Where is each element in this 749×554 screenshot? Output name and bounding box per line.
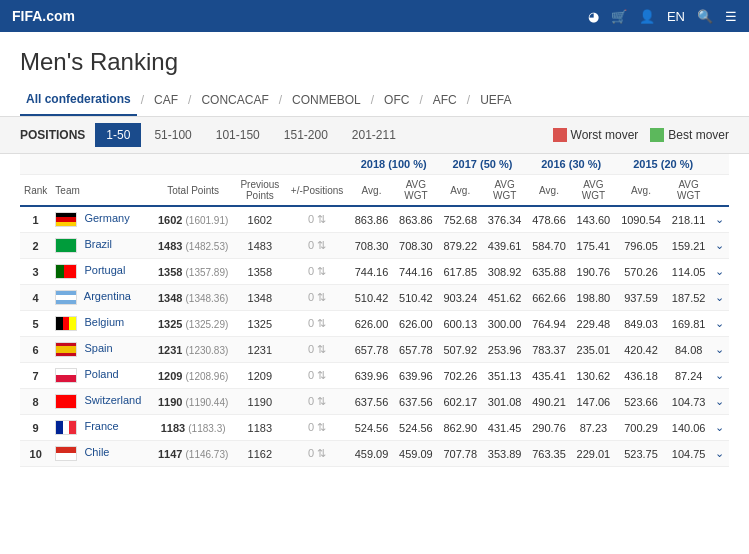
team-link[interactable]: Belgium <box>84 316 124 328</box>
cell-avg-2018: 657.78 <box>349 337 393 363</box>
cell-avg-2015: 700.29 <box>616 415 667 441</box>
cell-rank: 9 <box>20 415 51 441</box>
pos-tab-201-211[interactable]: 201-211 <box>341 123 407 147</box>
cell-avg-2018: 626.00 <box>349 311 393 337</box>
cell-avgwgt-2018: 863.86 <box>394 206 438 233</box>
cell-avg-2016: 662.66 <box>527 285 571 311</box>
lang-label[interactable]: EN <box>667 9 685 24</box>
direction-icon: ⇅ <box>317 291 326 303</box>
cell-team: Switzerland <box>51 389 151 415</box>
cell-prev: 1348 <box>235 285 285 311</box>
cell-avgwgt-2017: 451.62 <box>482 285 526 311</box>
cell-change: 0 ⇅ <box>285 233 349 259</box>
pos-tab-51-100[interactable]: 51-100 <box>143 123 202 147</box>
team-link[interactable]: Germany <box>84 212 129 224</box>
cell-prev: 1162 <box>235 441 285 467</box>
cell-avgwgt-2015: 84.08 <box>666 337 710 363</box>
direction-icon: ⇅ <box>317 395 326 407</box>
team-link[interactable]: Argentina <box>84 290 131 302</box>
col-avgwgt-2017: AVGWGT <box>482 175 526 207</box>
cell-avg-2016: 478.66 <box>527 206 571 233</box>
flag-pl <box>55 368 77 383</box>
globe-icon[interactable]: ◕ <box>588 9 599 24</box>
pos-tab-151-200[interactable]: 151-200 <box>273 123 339 147</box>
cell-total: 1147 (1146.73) <box>151 441 234 467</box>
cell-avgwgt-2018: 459.09 <box>394 441 438 467</box>
cell-change: 0 ⇅ <box>285 259 349 285</box>
cell-avgwgt-2017: 351.13 <box>482 363 526 389</box>
col-header-row: Rank Team Total Points PreviousPoints +/… <box>20 175 729 207</box>
best-mover-icon <box>650 128 664 142</box>
flag-fr <box>55 420 77 435</box>
pos-tab-101-150[interactable]: 101-150 <box>205 123 271 147</box>
conf-tab-all[interactable]: All confederations <box>20 84 137 116</box>
cell-avgwgt-2018: 626.00 <box>394 311 438 337</box>
flag-be <box>55 316 77 331</box>
cell-avg-2016: 435.41 <box>527 363 571 389</box>
search-icon[interactable]: 🔍 <box>697 9 713 24</box>
flag-es <box>55 342 77 357</box>
cell-rank: 3 <box>20 259 51 285</box>
col-avg-2017: Avg. <box>438 175 482 207</box>
cell-expand[interactable]: ⌄ <box>711 285 729 311</box>
position-tabs: POSITIONS 1-50 51-100 101-150 151-200 20… <box>20 123 407 147</box>
site-logo[interactable]: FIFA.com <box>12 8 75 24</box>
cell-expand[interactable]: ⌄ <box>711 389 729 415</box>
col-avgwgt-2016: AVGWGT <box>571 175 615 207</box>
team-link[interactable]: Spain <box>84 342 112 354</box>
team-link[interactable]: France <box>84 420 118 432</box>
cell-expand[interactable]: ⌄ <box>711 441 729 467</box>
worst-mover-icon <box>553 128 567 142</box>
cell-total: 1183 (1183.3) <box>151 415 234 441</box>
cell-avg-2015: 420.42 <box>616 337 667 363</box>
menu-icon[interactable]: ☰ <box>725 9 737 24</box>
cell-team: Chile <box>51 441 151 467</box>
cell-avg-2017: 879.22 <box>438 233 482 259</box>
cell-avgwgt-2016: 143.60 <box>571 206 615 233</box>
user-icon[interactable]: 👤 <box>639 9 655 24</box>
cell-avgwgt-2017: 431.45 <box>482 415 526 441</box>
conf-tab-ofc[interactable]: OFC <box>378 85 415 115</box>
cell-avg-2017: 707.78 <box>438 441 482 467</box>
confederation-tabs: All confederations / CAF / CONCACAF / CO… <box>0 84 749 117</box>
conf-tab-caf[interactable]: CAF <box>148 85 184 115</box>
cell-expand[interactable]: ⌄ <box>711 206 729 233</box>
cell-expand[interactable]: ⌄ <box>711 311 729 337</box>
cell-avg-2017: 702.26 <box>438 363 482 389</box>
cell-avgwgt-2016: 190.76 <box>571 259 615 285</box>
cell-expand[interactable]: ⌄ <box>711 337 729 363</box>
direction-icon: ⇅ <box>317 343 326 355</box>
team-link[interactable]: Chile <box>84 446 109 458</box>
cell-expand[interactable]: ⌄ <box>711 233 729 259</box>
table-row: 9 France 1183 (1183.3) 1183 0 ⇅ 524.56 5… <box>20 415 729 441</box>
team-link[interactable]: Brazil <box>84 238 112 250</box>
conf-tab-uefa[interactable]: UEFA <box>474 85 517 115</box>
cart-icon[interactable]: 🛒 <box>611 9 627 24</box>
cell-expand[interactable]: ⌄ <box>711 363 729 389</box>
conf-tab-afc[interactable]: AFC <box>427 85 463 115</box>
cell-total: 1358 (1357.89) <box>151 259 234 285</box>
cell-rank: 8 <box>20 389 51 415</box>
cell-prev: 1183 <box>235 415 285 441</box>
conf-tab-concacaf[interactable]: CONCACAF <box>195 85 274 115</box>
cell-expand[interactable]: ⌄ <box>711 259 729 285</box>
pos-tab-1-50[interactable]: 1-50 <box>95 123 141 147</box>
direction-icon: ⇅ <box>317 317 326 329</box>
cell-team: France <box>51 415 151 441</box>
team-link[interactable]: Portugal <box>84 264 125 276</box>
team-link[interactable]: Switzerland <box>84 394 141 406</box>
cell-team: Argentina <box>51 285 151 311</box>
col-rank: Rank <box>20 175 51 207</box>
cell-avgwgt-2017: 439.61 <box>482 233 526 259</box>
cell-rank: 10 <box>20 441 51 467</box>
cell-change: 0 ⇅ <box>285 206 349 233</box>
cell-prev: 1231 <box>235 337 285 363</box>
cell-avg-2018: 459.09 <box>349 441 393 467</box>
conf-tab-conmebol[interactable]: CONMEBOL <box>286 85 367 115</box>
cell-expand[interactable]: ⌄ <box>711 415 729 441</box>
cell-avgwgt-2016: 147.06 <box>571 389 615 415</box>
cell-total: 1483 (1482.53) <box>151 233 234 259</box>
team-link[interactable]: Poland <box>84 368 118 380</box>
col-avgwgt-2018: AVGWGT <box>394 175 438 207</box>
cell-avg-2015: 796.05 <box>616 233 667 259</box>
